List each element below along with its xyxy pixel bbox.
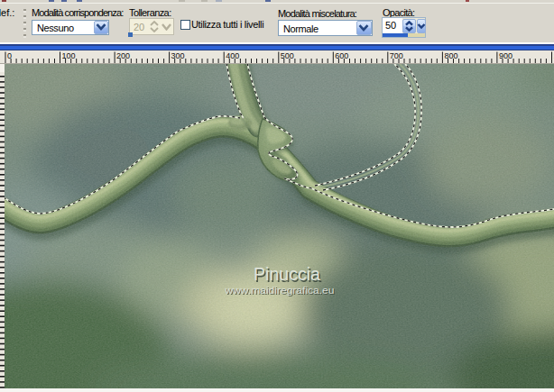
svg-text:100: 100 [62,51,76,60]
svg-text:400: 400 [226,51,239,60]
svg-text:900: 900 [499,51,512,60]
svg-text:0: 0 [7,51,12,60]
svg-text:www.maidiregrafica.eu: www.maidiregrafica.eu [224,285,334,296]
svg-text:500: 500 [281,51,294,60]
svg-text:800: 800 [444,51,457,60]
svg-text:600: 600 [335,51,348,60]
svg-text:200: 200 [116,51,130,60]
svg-text:300: 300 [171,51,185,60]
svg-text:Pinuccia: Pinuccia [254,264,321,284]
svg-text:700: 700 [390,51,403,60]
